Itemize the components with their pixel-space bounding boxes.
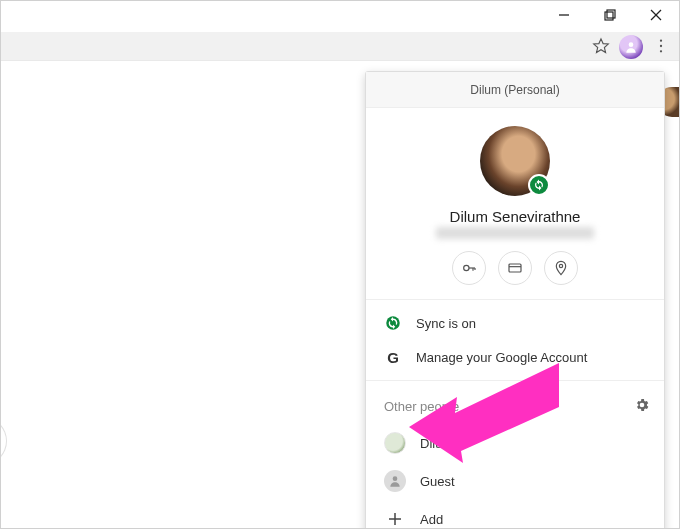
page-content: Dilum (Personal) Dilum Senevirathne xyxy=(1,61,679,528)
window-controls xyxy=(541,1,679,29)
payments-button[interactable] xyxy=(498,251,532,285)
sync-row[interactable]: Sync is on xyxy=(366,306,664,340)
minimize-icon xyxy=(558,9,570,21)
gear-icon xyxy=(634,397,650,413)
guest-icon xyxy=(384,470,406,492)
floating-action-partial[interactable] xyxy=(0,417,7,465)
profile-item-guest[interactable]: Guest xyxy=(366,462,664,500)
manage-account-row[interactable]: G Manage your Google Account xyxy=(366,340,664,374)
window-minimize-button[interactable] xyxy=(541,1,587,29)
avatar-wrapper xyxy=(480,126,550,196)
sync-circle-icon xyxy=(384,314,402,332)
maximize-icon xyxy=(604,9,616,21)
profile-email-blurred xyxy=(436,227,594,239)
profile-item-label: Guest xyxy=(420,474,455,489)
profile-display-name: Dilum Senevirathne xyxy=(376,208,654,225)
svg-point-6 xyxy=(660,40,662,42)
profile-item-avatar xyxy=(384,432,406,454)
manage-people-button[interactable] xyxy=(634,397,650,416)
profile-avatar-button[interactable] xyxy=(619,35,643,59)
other-people-section: Other people Dilum Guest Add xyxy=(366,380,664,529)
location-pin-icon xyxy=(553,260,569,276)
popover-header: Dilum (Personal) xyxy=(366,72,664,108)
account-actions-list: Sync is on G Manage your Google Account xyxy=(366,299,664,380)
profile-section: Dilum Senevirathne xyxy=(366,108,664,299)
profile-item-label: Add xyxy=(420,512,443,527)
google-g-icon: G xyxy=(384,348,402,366)
add-profile-button[interactable]: Add xyxy=(366,500,664,529)
svg-rect-1 xyxy=(605,12,613,20)
sync-badge xyxy=(528,174,550,196)
browser-toolbar xyxy=(1,32,679,61)
manage-account-label: Manage your Google Account xyxy=(416,350,587,365)
window-close-button[interactable] xyxy=(633,1,679,29)
svg-point-7 xyxy=(660,45,662,47)
sync-row-label: Sync is on xyxy=(416,316,476,331)
kebab-menu-icon xyxy=(653,38,669,54)
other-people-header: Other people xyxy=(366,387,664,424)
plus-icon xyxy=(384,508,406,529)
profile-item-dilum[interactable]: Dilum xyxy=(366,424,664,462)
close-icon xyxy=(650,9,662,21)
quick-actions-row xyxy=(376,251,654,285)
svg-rect-2 xyxy=(607,10,615,18)
avatar-icon xyxy=(624,40,638,54)
window-maximize-button[interactable] xyxy=(587,1,633,29)
svg-point-9 xyxy=(464,265,469,270)
svg-point-8 xyxy=(660,50,662,52)
addresses-button[interactable] xyxy=(544,251,578,285)
star-icon xyxy=(592,37,610,55)
profile-popover: Dilum (Personal) Dilum Senevirathne xyxy=(365,71,665,529)
profile-item-label: Dilum xyxy=(420,436,453,451)
credit-card-icon xyxy=(507,260,523,276)
bookmark-star-button[interactable] xyxy=(591,36,611,56)
svg-rect-13 xyxy=(509,264,521,272)
browser-menu-button[interactable] xyxy=(651,36,671,56)
svg-point-15 xyxy=(559,264,562,267)
sync-icon xyxy=(533,179,545,191)
svg-point-5 xyxy=(629,42,634,47)
popover-header-label: Dilum (Personal) xyxy=(470,83,559,97)
svg-point-17 xyxy=(393,476,398,481)
key-icon xyxy=(461,260,477,276)
other-people-label: Other people xyxy=(384,399,459,414)
passwords-button[interactable] xyxy=(452,251,486,285)
